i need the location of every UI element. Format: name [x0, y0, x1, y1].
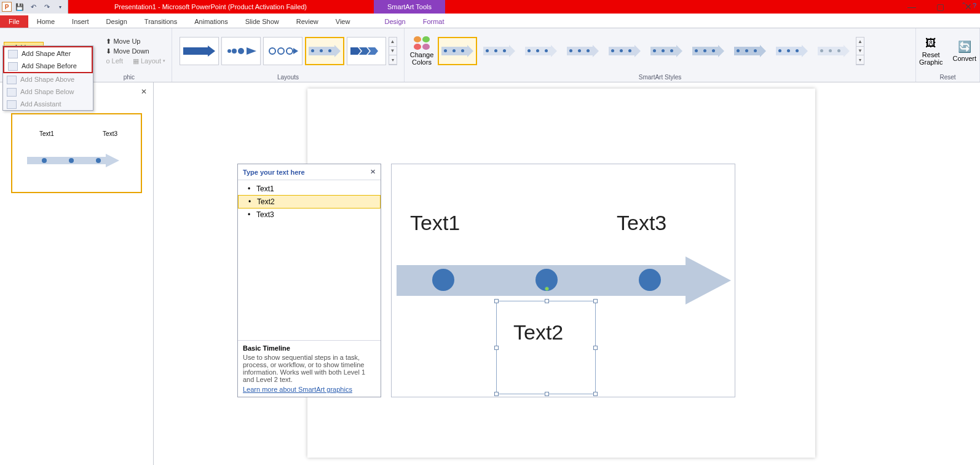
textpane-footer: Basic Timeline Use to show sequential st…	[238, 340, 381, 397]
tab-file[interactable]: File	[0, 15, 28, 28]
group-label-layouts: Layouts	[172, 74, 404, 82]
textpane-footer-title: Basic Timeline	[243, 344, 376, 352]
layouts-gallery-scroll[interactable]: ▲▼▾	[389, 37, 397, 65]
svg-point-1	[232, 49, 237, 54]
selection-box[interactable]	[496, 301, 596, 394]
reset-icon: 🖼	[925, 37, 936, 50]
layout-option-3[interactable]	[263, 37, 302, 65]
dd-add-shape-after[interactable]: Add Shape After	[4, 47, 92, 60]
dd-add-shape-below: Add Shape Below	[3, 85, 93, 98]
svg-marker-8	[350, 47, 361, 55]
smartart-text3[interactable]: Text3	[617, 211, 666, 235]
minimize-button[interactable]: —	[904, 2, 920, 12]
tab-view[interactable]: View	[327, 15, 359, 28]
maximize-button[interactable]: ▢	[932, 2, 948, 12]
move-down-button[interactable]: ⬇Move Down	[103, 47, 168, 56]
right-to-left-button[interactable]: o Left	[103, 57, 125, 66]
layouts-gallery: ▲▼▾	[180, 37, 397, 65]
style-option-2[interactable]	[480, 37, 519, 65]
svg-point-6	[286, 48, 293, 54]
textpane-item-1[interactable]: Text1	[238, 183, 381, 195]
moveup-icon: ⬆	[106, 38, 111, 46]
tab-smartart-design[interactable]: Design	[376, 15, 414, 28]
style-option-4[interactable]	[563, 37, 603, 65]
smartart-text-pane: Type your text here ⨯ Text1 Text2 Text3 …	[237, 164, 381, 397]
layout-option-2[interactable]	[221, 37, 261, 65]
redo-icon[interactable]: ↷	[41, 1, 52, 12]
layout-option-4-selected[interactable]	[305, 37, 344, 65]
svg-marker-7	[293, 48, 298, 54]
tab-smartart-format[interactable]: Format	[414, 15, 453, 28]
movedown-icon: ⬇	[106, 47, 111, 55]
layout-option-1[interactable]	[180, 37, 219, 65]
help-icon[interactable]: ?	[973, 2, 976, 9]
dd-before-label: Add Shape Before	[22, 62, 77, 70]
layout-icon: ▦	[133, 57, 139, 65]
powerpoint-icon: P	[2, 2, 12, 12]
style-option-1-selected[interactable]	[438, 37, 477, 65]
tab-review[interactable]: Review	[288, 15, 327, 28]
ribbon-minimize-icon[interactable]: ⌃	[961, 1, 966, 9]
slide-thumbnails-pane: ✕ Text1 Text3 Text2	[0, 82, 154, 465]
textpane-close-icon[interactable]: ⨯	[370, 168, 376, 176]
style-option-7[interactable]	[689, 37, 728, 65]
layout-button[interactable]: ▦Layout▾	[130, 57, 168, 66]
style-option-5[interactable]	[605, 37, 644, 65]
change-colors-label: Change Colors	[408, 51, 435, 66]
layout-option-5[interactable]	[347, 37, 386, 65]
textpane-list[interactable]: Text1 Text2 Text3	[238, 180, 381, 340]
timeline-dot-1[interactable]	[432, 269, 454, 291]
undo-icon[interactable]: ↶	[28, 1, 39, 12]
slide-thumbnail-1[interactable]: Text1 Text3 Text2	[11, 113, 142, 193]
textpane-item-3[interactable]: Text3	[238, 209, 381, 221]
dd-above-label: Add Shape Above	[20, 76, 74, 83]
textpane-learn-more-link[interactable]: Learn more about SmartArt graphics	[243, 386, 352, 393]
tab-animations[interactable]: Animations	[186, 15, 236, 28]
dd-add-shape-above: Add Shape Above	[3, 73, 93, 85]
style-option-8[interactable]	[730, 37, 770, 65]
workspace: ✕ Text1 Text3 Text2 Type your text here …	[0, 82, 980, 465]
svg-point-2	[238, 48, 244, 54]
reset-label: Reset Graphic	[919, 51, 943, 66]
tab-insert[interactable]: Insert	[63, 15, 98, 28]
textpane-footer-body: Use to show sequential steps in a task, …	[243, 354, 376, 383]
style-option-6[interactable]	[647, 37, 686, 65]
slide-canvas[interactable]: Type your text here ⨯ Text1 Text2 Text3 …	[154, 82, 980, 465]
change-colors-icon	[414, 36, 430, 50]
move-up-button[interactable]: ⬆Move Up	[103, 37, 168, 46]
tab-design[interactable]: Design	[98, 15, 136, 28]
svg-marker-3	[247, 47, 256, 55]
tab-transitions[interactable]: Transitions	[136, 15, 186, 28]
thumb-text1: Text1	[39, 130, 54, 137]
movedown-label: Move Down	[113, 47, 149, 55]
timeline-dot-3[interactable]	[639, 269, 661, 291]
qat-more-icon[interactable]: ▾	[55, 1, 66, 12]
convert-button[interactable]: 🔄 Convert	[949, 39, 981, 63]
style-option-9[interactable]	[772, 37, 812, 65]
tab-slideshow[interactable]: Slide Show	[237, 15, 288, 28]
style-option-3[interactable]	[521, 37, 561, 65]
save-icon[interactable]: 💾	[14, 1, 25, 12]
moveup-label: Move Up	[113, 38, 140, 45]
rotate-handle[interactable]	[545, 287, 549, 291]
dd-after-label: Add Shape After	[22, 50, 71, 57]
smartart-graphic[interactable]: Text1 Text3 Text2	[391, 164, 735, 397]
dd-below-label: Add Shape Below	[20, 88, 74, 95]
svg-point-5	[278, 48, 284, 54]
reset-graphic-button[interactable]: 🖼 Reset Graphic	[915, 36, 947, 67]
window-title: Presentation1 - Microsoft PowerPoint (Pr…	[68, 3, 980, 10]
dd-add-shape-before[interactable]: Add Shape Before	[4, 60, 92, 72]
textpane-item-2-selected[interactable]: Text2	[238, 195, 381, 209]
tab-home[interactable]: Home	[28, 15, 63, 28]
style-option-10[interactable]	[814, 37, 853, 65]
svg-rect-11	[27, 157, 106, 164]
change-colors-button[interactable]: Change Colors	[408, 36, 435, 66]
svg-point-13	[42, 158, 47, 163]
svg-point-0	[227, 49, 231, 53]
ribbon-tabs: File Home Insert Design Transitions Anim…	[0, 14, 980, 28]
styles-gallery-scroll[interactable]: ▲▼▾	[856, 37, 864, 65]
dd-assistant-label: Add Assistant	[20, 100, 61, 108]
smartart-text1[interactable]: Text1	[410, 211, 460, 235]
dd-add-assistant: Add Assistant	[3, 98, 93, 110]
thumbnails-close-icon[interactable]: ✕	[141, 87, 147, 96]
